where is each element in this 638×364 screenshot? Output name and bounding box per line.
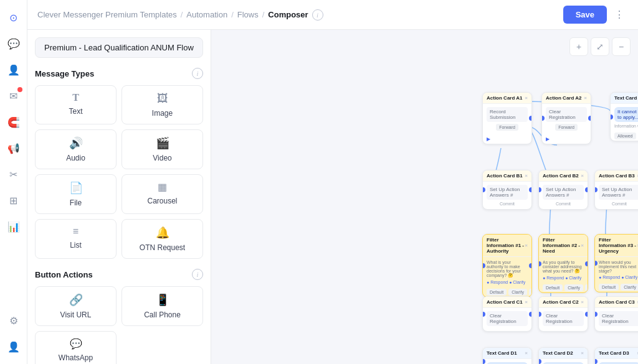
node-b2-dot-right[interactable] xyxy=(585,187,588,192)
node-filter-urgency[interactable]: Filter Information #3 - Urgency × When w… xyxy=(594,234,638,292)
msg-type-file[interactable]: 📄 File xyxy=(35,174,117,214)
node-c1-header: Action Card C1 × xyxy=(483,297,531,308)
nav-broadcast[interactable]: 📢 xyxy=(2,137,25,159)
breadcrumb-flows[interactable]: Flows xyxy=(237,10,259,19)
filter-need-skip[interactable]: Close xyxy=(585,284,588,291)
message-types-info[interactable]: i xyxy=(192,68,203,79)
filter-need-def[interactable]: Default xyxy=(543,284,563,291)
node-b1-close[interactable]: × xyxy=(525,173,528,179)
save-button[interactable]: Save xyxy=(563,6,607,24)
msg-type-audio[interactable]: 🔊 Audio xyxy=(35,129,117,169)
node-c2-dot-right[interactable] xyxy=(585,312,588,317)
file-icon: 📄 xyxy=(69,181,83,195)
node-b1-dot-right[interactable] xyxy=(529,187,532,192)
node-a2-dot-right[interactable] xyxy=(588,116,591,121)
msg-type-video[interactable]: 🎬 Video xyxy=(121,129,203,169)
message-types-header: Message Types i xyxy=(35,68,203,79)
otn-icon: 🔔 xyxy=(156,226,169,240)
breadcrumb-automation[interactable]: Automation xyxy=(186,10,227,19)
node-text-t1[interactable]: Text Card K2 × It cannot confirm to appl… xyxy=(610,92,638,141)
url-icon: 🔗 xyxy=(69,293,83,307)
msg-type-list[interactable]: ≡ List xyxy=(35,219,117,259)
btn-action-url[interactable]: 🔗 Visit URL xyxy=(35,286,117,326)
nav-chat[interactable]: 💬 xyxy=(2,32,25,55)
nav-users[interactable]: 👤 xyxy=(2,58,25,81)
breadcrumb: Clever Messenger Premium Templates / Aut… xyxy=(37,10,308,19)
btn-action-url-label: Visit URL xyxy=(60,310,92,319)
msg-type-otn[interactable]: 🔔 OTN Request xyxy=(121,219,203,259)
magnet-icon: 🧲 xyxy=(7,116,20,128)
msg-type-image[interactable]: 🖼 Image xyxy=(121,85,203,124)
breadcrumb-root[interactable]: Clever Messenger Premium Templates xyxy=(37,10,177,19)
filter-urg-def[interactable]: Default xyxy=(599,284,619,291)
canvas-zoom-out-button[interactable]: − xyxy=(612,37,631,56)
node-a2-row1: Clear Registration xyxy=(546,107,587,122)
nav-layers[interactable]: ⊞ xyxy=(2,189,25,212)
whatsapp-icon: 💬 xyxy=(70,338,82,350)
node-d3-title: Text Card D3 xyxy=(599,350,629,356)
node-a1-forward[interactable]: Forward xyxy=(496,124,518,131)
node-text-d1[interactable]: Text Card D1 × ... xyxy=(482,347,532,364)
canvas-add-button[interactable]: + xyxy=(569,37,588,56)
node-a2-close[interactable]: × xyxy=(584,95,587,101)
node-action-b3[interactable]: Action Card B3 × Set Up Action Answers #… xyxy=(594,170,638,210)
node-action-b1[interactable]: Action Card B1 × Set Up Action Answers #… xyxy=(482,170,532,210)
filter-auth-clarify[interactable]: Clarify xyxy=(508,289,527,296)
node-b3-row1: Set Up Action Answers # xyxy=(599,185,638,200)
nav-tools[interactable]: ✂ xyxy=(2,163,25,185)
node-a1-dot-right[interactable] xyxy=(529,116,532,121)
filter-urg-clarify[interactable]: Clarify xyxy=(621,284,638,291)
node-a2-forward[interactable]: Forward xyxy=(555,124,578,131)
filter-auth-close[interactable]: × xyxy=(525,243,528,248)
node-action-c3[interactable]: Action Card C3 × Clear Registration xyxy=(594,296,638,332)
composer-info-icon[interactable]: i xyxy=(312,9,323,21)
message-types-grid: T Text 🖼 Image 🔊 Audio 🎬 Video xyxy=(35,85,203,259)
nav-magnet[interactable]: 🧲 xyxy=(2,111,25,133)
settings-icon: ⚙ xyxy=(9,315,18,327)
msg-type-video-label: Video xyxy=(153,154,171,162)
btn-action-phone[interactable]: 📱 Call Phone xyxy=(121,286,203,326)
node-filter-need[interactable]: Filter Information #2 - Need × As you qu… xyxy=(538,234,588,293)
filter-need-dot-right[interactable] xyxy=(585,261,588,266)
nav-settings[interactable]: ⚙ xyxy=(2,309,25,332)
filter-auth-dot-right[interactable] xyxy=(529,263,532,268)
nav-home[interactable]: ⊙ xyxy=(2,6,25,29)
btn-action-whatsapp[interactable]: 💬 WhatsApp xyxy=(35,331,117,364)
canvas-fit-button[interactable]: ⤢ xyxy=(591,37,609,56)
node-action-a1[interactable]: Action Card A1 × Record Submission Forwa… xyxy=(482,92,532,144)
flow-name-bar[interactable]: Premium - Lead Qualification ANUM Flow xyxy=(35,37,203,58)
node-action-c2[interactable]: Action Card C2 × Clear Registration xyxy=(538,296,588,332)
nav-chart[interactable]: 📊 xyxy=(2,215,25,238)
msg-type-text[interactable]: T Text xyxy=(35,85,117,124)
filter-need-close[interactable]: × xyxy=(581,243,584,248)
filter-need-clarify[interactable]: Clarify xyxy=(564,284,583,291)
node-t1-btn1[interactable]: Allowed xyxy=(614,133,636,139)
msg-type-carousel[interactable]: ▦ Carousel xyxy=(121,174,203,214)
filter-auth-def[interactable]: Default xyxy=(487,289,507,296)
flow-canvas-area[interactable]: + ⤢ − xyxy=(211,30,638,364)
button-actions-info[interactable]: i xyxy=(192,269,203,280)
node-d2-body: ... xyxy=(539,359,588,364)
topbar-menu-button[interactable]: ⋮ xyxy=(611,6,628,24)
node-c3-body: Clear Registration xyxy=(595,308,638,331)
node-action-c1[interactable]: Action Card C1 × Clear Registration xyxy=(482,296,532,332)
nav-messages[interactable]: ✉ xyxy=(2,85,25,107)
nav-user[interactable]: 👤 xyxy=(2,335,25,358)
node-text-d3[interactable]: Text Card D3 × ... xyxy=(594,347,638,364)
node-action-b2[interactable]: Action Card B2 × Set Up Action Answers #… xyxy=(538,170,588,210)
node-filter-authority[interactable]: Filter Information #1 - Authority × What… xyxy=(482,234,532,297)
node-action-a2[interactable]: Action Card A2 × Clear Registration Forw… xyxy=(541,92,591,144)
node-d1-close[interactable]: × xyxy=(525,350,528,356)
filter-auth-skip[interactable]: Close xyxy=(529,289,532,296)
node-c2-body: Clear Registration xyxy=(539,308,588,331)
message-types-section: Message Types i T Text 🖼 Image 🔊 Audio xyxy=(35,68,203,259)
node-c2-close[interactable]: × xyxy=(581,299,584,305)
node-b2-close[interactable]: × xyxy=(581,173,584,179)
node-text-d2[interactable]: Text Card D2 × ... xyxy=(538,347,588,364)
node-c1-dot-right[interactable] xyxy=(529,312,532,317)
node-c2-header: Action Card C2 × xyxy=(539,297,588,308)
node-a1-close[interactable]: × xyxy=(525,95,528,101)
node-c1-close[interactable]: × xyxy=(525,299,528,305)
button-actions-section: Button Actions i 🔗 Visit URL 📱 Call Phon… xyxy=(35,269,203,364)
node-d2-close[interactable]: × xyxy=(581,350,584,356)
